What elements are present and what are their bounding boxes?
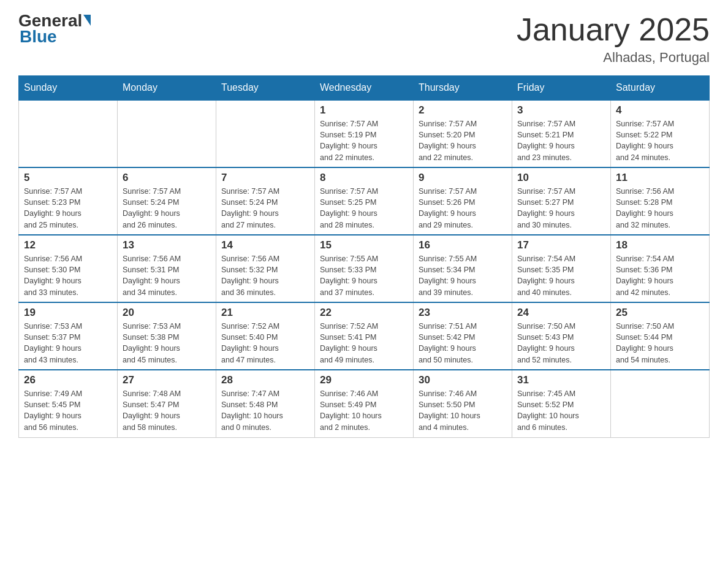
day-info: Sunrise: 7:57 AMSunset: 5:22 PMDaylight:… (616, 118, 704, 163)
day-info: Sunrise: 7:55 AMSunset: 5:33 PMDaylight:… (320, 253, 408, 298)
day-header-thursday: Thursday (414, 76, 512, 101)
day-info: Sunrise: 7:57 AMSunset: 5:25 PMDaylight:… (320, 186, 408, 231)
day-number: 4 (616, 104, 704, 117)
calendar-cell: 18Sunrise: 7:54 AMSunset: 5:36 PMDayligh… (611, 235, 710, 302)
header: General Blue January 2025 Alhadas, Portu… (18, 12, 710, 66)
calendar-cell: 27Sunrise: 7:48 AMSunset: 5:47 PMDayligh… (118, 370, 216, 437)
day-info: Sunrise: 7:55 AMSunset: 5:34 PMDaylight:… (419, 253, 507, 298)
calendar-cell: 20Sunrise: 7:53 AMSunset: 5:38 PMDayligh… (118, 302, 216, 370)
day-info: Sunrise: 7:46 AMSunset: 5:49 PMDaylight:… (320, 388, 408, 433)
day-info: Sunrise: 7:54 AMSunset: 5:35 PMDaylight:… (517, 253, 605, 298)
day-info: Sunrise: 7:45 AMSunset: 5:52 PMDaylight:… (517, 388, 605, 433)
day-number: 29 (320, 374, 408, 386)
day-number: 1 (320, 104, 408, 117)
calendar-cell: 31Sunrise: 7:45 AMSunset: 5:52 PMDayligh… (512, 370, 611, 437)
day-number: 20 (123, 307, 211, 319)
day-number: 25 (616, 307, 704, 319)
day-info: Sunrise: 7:50 AMSunset: 5:44 PMDaylight:… (616, 321, 704, 366)
day-number: 31 (517, 374, 605, 386)
calendar-cell: 1Sunrise: 7:57 AMSunset: 5:19 PMDaylight… (315, 100, 414, 167)
day-info: Sunrise: 7:56 AMSunset: 5:28 PMDaylight:… (616, 186, 704, 231)
day-info: Sunrise: 7:56 AMSunset: 5:32 PMDaylight:… (221, 253, 309, 298)
day-info: Sunrise: 7:46 AMSunset: 5:50 PMDaylight:… (419, 388, 507, 433)
day-info: Sunrise: 7:56 AMSunset: 5:30 PMDaylight:… (24, 253, 112, 298)
day-info: Sunrise: 7:49 AMSunset: 5:45 PMDaylight:… (24, 388, 112, 433)
calendar-cell: 30Sunrise: 7:46 AMSunset: 5:50 PMDayligh… (414, 370, 512, 437)
day-info: Sunrise: 7:48 AMSunset: 5:47 PMDaylight:… (123, 388, 211, 433)
day-number: 19 (24, 307, 112, 319)
week-row-4: 26Sunrise: 7:49 AMSunset: 5:45 PMDayligh… (19, 370, 710, 437)
day-number: 10 (517, 172, 605, 184)
calendar-cell: 21Sunrise: 7:52 AMSunset: 5:40 PMDayligh… (216, 302, 315, 370)
calendar-cell: 28Sunrise: 7:47 AMSunset: 5:48 PMDayligh… (216, 370, 315, 437)
day-header-monday: Monday (118, 76, 216, 101)
calendar-cell: 2Sunrise: 7:57 AMSunset: 5:20 PMDaylight… (414, 100, 512, 167)
calendar-table: SundayMondayTuesdayWednesdayThursdayFrid… (18, 75, 710, 438)
day-number: 11 (616, 172, 704, 184)
day-info: Sunrise: 7:57 AMSunset: 5:20 PMDaylight:… (419, 118, 507, 163)
day-number: 21 (221, 307, 309, 319)
calendar-cell: 26Sunrise: 7:49 AMSunset: 5:45 PMDayligh… (19, 370, 118, 437)
week-row-1: 5Sunrise: 7:57 AMSunset: 5:23 PMDaylight… (19, 167, 710, 235)
day-number: 15 (320, 239, 408, 251)
day-number: 23 (419, 307, 507, 319)
day-number: 7 (221, 172, 309, 184)
calendar-cell: 10Sunrise: 7:57 AMSunset: 5:27 PMDayligh… (512, 167, 611, 235)
logo-arrow-icon (83, 15, 91, 26)
calendar-cell: 24Sunrise: 7:50 AMSunset: 5:43 PMDayligh… (512, 302, 611, 370)
calendar-title: January 2025 (517, 12, 710, 47)
calendar-cell: 13Sunrise: 7:56 AMSunset: 5:31 PMDayligh… (118, 235, 216, 302)
day-number: 2 (419, 104, 507, 117)
calendar-cell: 22Sunrise: 7:52 AMSunset: 5:41 PMDayligh… (315, 302, 414, 370)
day-number: 28 (221, 374, 309, 386)
calendar-cell: 16Sunrise: 7:55 AMSunset: 5:34 PMDayligh… (414, 235, 512, 302)
calendar-cell: 5Sunrise: 7:57 AMSunset: 5:23 PMDaylight… (19, 167, 118, 235)
day-info: Sunrise: 7:47 AMSunset: 5:48 PMDaylight:… (221, 388, 309, 433)
day-number: 5 (24, 172, 112, 184)
day-number: 3 (517, 104, 605, 117)
day-info: Sunrise: 7:52 AMSunset: 5:40 PMDaylight:… (221, 321, 309, 366)
calendar-cell: 19Sunrise: 7:53 AMSunset: 5:37 PMDayligh… (19, 302, 118, 370)
day-header-tuesday: Tuesday (216, 76, 315, 101)
day-info: Sunrise: 7:57 AMSunset: 5:24 PMDaylight:… (221, 186, 309, 231)
day-header-friday: Friday (512, 76, 611, 101)
day-number: 22 (320, 307, 408, 319)
calendar-cell: 14Sunrise: 7:56 AMSunset: 5:32 PMDayligh… (216, 235, 315, 302)
day-number: 12 (24, 239, 112, 251)
calendar-cell: 3Sunrise: 7:57 AMSunset: 5:21 PMDaylight… (512, 100, 611, 167)
day-info: Sunrise: 7:52 AMSunset: 5:41 PMDaylight:… (320, 321, 408, 366)
title-area: January 2025 Alhadas, Portugal (517, 12, 710, 66)
calendar-body: 1Sunrise: 7:57 AMSunset: 5:19 PMDaylight… (19, 100, 710, 437)
day-info: Sunrise: 7:54 AMSunset: 5:36 PMDaylight:… (616, 253, 704, 298)
day-info: Sunrise: 7:57 AMSunset: 5:24 PMDaylight:… (123, 186, 211, 231)
calendar-cell: 11Sunrise: 7:56 AMSunset: 5:28 PMDayligh… (611, 167, 710, 235)
days-header-row: SundayMondayTuesdayWednesdayThursdayFrid… (19, 76, 710, 101)
calendar-cell: 25Sunrise: 7:50 AMSunset: 5:44 PMDayligh… (611, 302, 710, 370)
day-number: 16 (419, 239, 507, 251)
calendar-cell: 29Sunrise: 7:46 AMSunset: 5:49 PMDayligh… (315, 370, 414, 437)
week-row-0: 1Sunrise: 7:57 AMSunset: 5:19 PMDaylight… (19, 100, 710, 167)
calendar-subtitle: Alhadas, Portugal (517, 50, 710, 66)
day-number: 13 (123, 239, 211, 251)
calendar-cell (118, 100, 216, 167)
week-row-2: 12Sunrise: 7:56 AMSunset: 5:30 PMDayligh… (19, 235, 710, 302)
calendar-cell (611, 370, 710, 437)
calendar-cell: 4Sunrise: 7:57 AMSunset: 5:22 PMDaylight… (611, 100, 710, 167)
day-info: Sunrise: 7:57 AMSunset: 5:19 PMDaylight:… (320, 118, 408, 163)
calendar-cell: 9Sunrise: 7:57 AMSunset: 5:26 PMDaylight… (414, 167, 512, 235)
day-number: 30 (419, 374, 507, 386)
day-number: 6 (123, 172, 211, 184)
day-number: 18 (616, 239, 704, 251)
day-info: Sunrise: 7:50 AMSunset: 5:43 PMDaylight:… (517, 321, 605, 366)
day-info: Sunrise: 7:57 AMSunset: 5:27 PMDaylight:… (517, 186, 605, 231)
day-number: 8 (320, 172, 408, 184)
calendar-cell: 12Sunrise: 7:56 AMSunset: 5:30 PMDayligh… (19, 235, 118, 302)
calendar-cell: 23Sunrise: 7:51 AMSunset: 5:42 PMDayligh… (414, 302, 512, 370)
day-number: 26 (24, 374, 112, 386)
day-number: 27 (123, 374, 211, 386)
day-info: Sunrise: 7:57 AMSunset: 5:23 PMDaylight:… (24, 186, 112, 231)
day-info: Sunrise: 7:51 AMSunset: 5:42 PMDaylight:… (419, 321, 507, 366)
day-info: Sunrise: 7:57 AMSunset: 5:21 PMDaylight:… (517, 118, 605, 163)
calendar-cell (216, 100, 315, 167)
logo-blue-text: Blue (18, 28, 57, 45)
